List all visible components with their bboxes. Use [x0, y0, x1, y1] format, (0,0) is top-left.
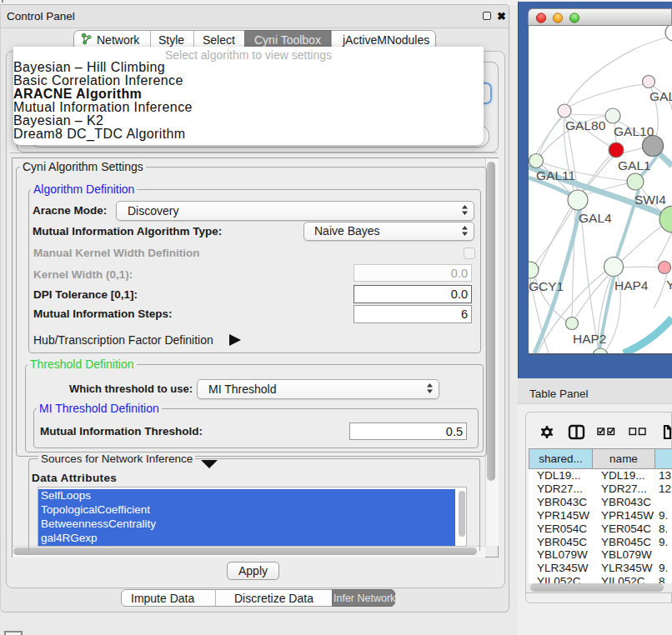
svg-text:HAP4: HAP4	[614, 278, 649, 292]
svg-text:GCY1: GCY1	[529, 279, 564, 293]
svg-text:GAL10: GAL10	[614, 124, 654, 138]
svg-text:SWI4: SWI4	[634, 192, 666, 207]
svg-text:GAL80: GAL80	[565, 118, 606, 132]
svg-text:Y: Y	[666, 278, 672, 292]
svg-text:GAL4: GAL4	[579, 211, 612, 225]
svg-text:HAP2: HAP2	[573, 332, 607, 346]
svg-text:GAL1: GAL1	[618, 158, 651, 172]
svg-text:GAL11: GAL11	[536, 168, 575, 182]
svg-text:GAL7: GAL7	[649, 89, 672, 103]
